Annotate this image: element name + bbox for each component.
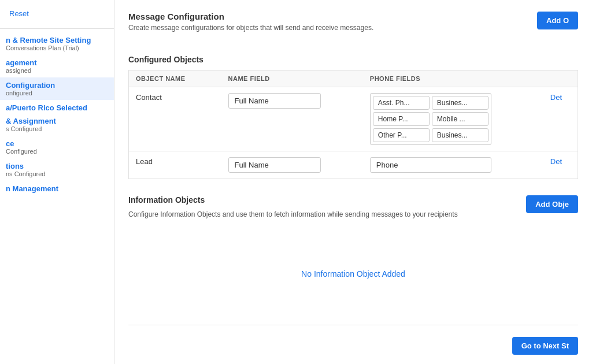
main-content: Message Configuration Create message con… [114,0,592,364]
contact-object-name: Contact [129,87,221,151]
sidebar-item-assignment-sub: s Configured [6,125,108,135]
sidebar-item-configuration-label: Configuration [6,81,108,90]
col-name-field: NAME FIELD [221,70,363,87]
sidebar-item-service-sub: Configured [6,148,108,157]
sidebar-item-numbers-label: a/Puerto Rico Selected [6,103,108,112]
sidebar-item-management-sub: assigned [6,67,108,76]
phone-tag-busines-1: Busines... [432,96,489,110]
contact-name-field-cell [221,87,363,151]
sidebar-item-options[interactable]: tions ns Configured [0,158,114,181]
sidebar-item-numbers[interactable]: a/Puerto Rico Selected [0,100,114,113]
col-object-name: OBJECT NAME [129,70,221,87]
add-info-object-button[interactable]: Add Obje [526,195,578,213]
header-row: Message Configuration Create message con… [128,12,578,41]
sidebar-item-service-label: ce [6,139,108,148]
col-phone-fields: PHONE FIELDS [363,70,543,87]
sidebar-item-nmanagement[interactable]: n Management [0,181,114,194]
sidebar-item-management[interactable]: agement assigned [0,55,114,77]
page-description: Create message configurations for object… [128,24,373,32]
add-object-button[interactable]: Add O [537,12,578,29]
phone-tag-mobile: Mobile ... [432,112,489,126]
lead-object-name: Lead [129,151,221,179]
sidebar-item-assignment[interactable]: & Assignment s Configured [0,113,114,136]
contact-phone-fields-cell: Asst. Ph... Busines... Home P... Mobile … [363,87,543,151]
sidebar-item-nmanagement-label: n Management [6,184,108,193]
next-step-button[interactable]: Go to Next St [512,337,578,355]
sidebar-item-options-sub: ns Configured [6,170,108,180]
contact-name-field-input[interactable] [228,93,321,109]
configured-objects-table: OBJECT NAME NAME FIELD PHONE FIELDS Cont… [128,70,578,179]
contact-det-link[interactable]: Det [550,93,562,102]
configured-objects-section-title: Configured Objects [128,55,578,64]
lead-name-field-input[interactable] [228,157,321,173]
sidebar-item-service[interactable]: ce Configured [0,136,114,158]
sidebar-item-options-label: tions [6,162,108,170]
reset-button[interactable]: Reset [0,6,114,25]
lead-name-field-cell [221,151,363,179]
info-objects-description: Configure Information Objects and use th… [128,210,458,218]
lead-det-link[interactable]: Det [550,157,562,166]
phone-tag-home-p: Home P... [373,112,430,126]
lead-actions-cell: Det [543,151,578,179]
table-header-row: OBJECT NAME NAME FIELD PHONE FIELDS [129,70,578,87]
phone-tag-asst-ph: Asst. Ph... [373,96,430,110]
info-objects-text: Information Objects Configure Informatio… [128,195,458,230]
sidebar-item-connection-label: n & Remote Site Setting [6,36,108,44]
footer-row: Go to Next St [128,325,578,355]
sidebar-divider [0,28,114,29]
phone-tag-other-p: Other P... [373,128,430,142]
table-row-contact: Contact Asst. Ph... Busines... Home P...… [129,87,578,151]
sidebar-item-assignment-label: & Assignment [6,117,108,125]
sidebar-item-configuration[interactable]: Configuration onfigured [0,77,114,100]
page-title: Message Configuration [128,12,373,21]
lead-phone-single: Phone [370,157,491,173]
table-row-lead: Lead Phone Det [129,151,578,179]
info-objects-section-title: Information Objects [128,195,458,205]
col-actions [543,70,578,87]
contact-actions-cell: Det [543,87,578,151]
phone-tag-busines-2: Busines... [432,128,489,142]
sidebar-item-connection-sub: Conversations Plan (Trial) [6,44,108,54]
no-info-message: No Information Object Added [128,235,578,302]
sidebar-item-management-label: agement [6,58,108,67]
info-objects-header: Information Objects Configure Informatio… [128,195,578,230]
header-text: Message Configuration Create message con… [128,12,373,41]
sidebar: Reset n & Remote Site Setting Conversati… [0,0,114,364]
sidebar-item-connection[interactable]: n & Remote Site Setting Conversations Pl… [0,32,114,55]
contact-phone-fields-grid: Asst. Ph... Busines... Home P... Mobile … [370,93,491,145]
lead-phone-fields-cell: Phone [363,151,543,179]
sidebar-item-configuration-sub: onfigured [6,90,108,99]
